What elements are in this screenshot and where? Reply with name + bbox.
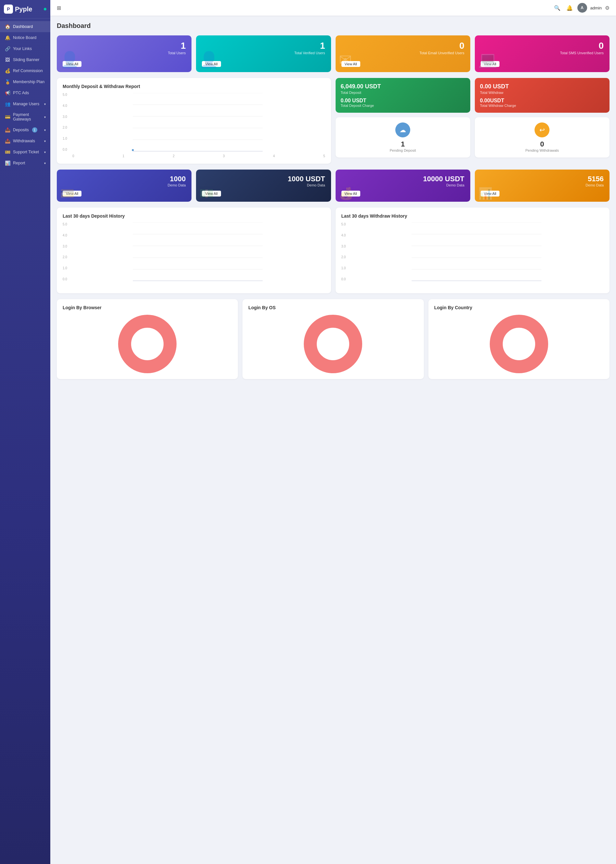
sidebar-icon-payment-gateways: 💳 — [5, 114, 10, 120]
sidebar-label-dashboard: Dashboard — [13, 24, 33, 29]
sidebar-icon-report: 📊 — [5, 161, 10, 166]
withdraw-history-area: 5.0 4.0 3.0 2.0 1.0 0.0 — [341, 222, 604, 287]
total-withdraw-amount: 0.00 USDT — [480, 83, 604, 90]
sidebar-item-support-ticket[interactable]: 🎫 Support Ticket ▾ — [0, 147, 50, 158]
login-browser-chart — [63, 315, 232, 373]
username-label[interactable]: admin — [590, 6, 602, 10]
search-icon[interactable]: 🔍 — [553, 3, 562, 13]
svg-point-6 — [132, 149, 134, 151]
sidebar-arrow-payment-gateways: ▾ — [44, 115, 46, 119]
sidebar-item-notice-board[interactable]: 🔔 Notice Board — [0, 32, 50, 43]
login-browser-svg — [118, 315, 176, 373]
y-labels: 5.0 4.0 3.0 2.0 1.0 0.0 — [63, 93, 67, 151]
demo-card-4-bg-icon: 📊 — [478, 187, 493, 200]
demo-card-1-bg-icon: 💳 — [60, 187, 75, 200]
sidebar-icon-dashboard: 🏠 — [5, 24, 10, 29]
pending-withdrawals-label: Pending Withdrawals — [525, 148, 559, 152]
demo-card-2-number: 1000 USDT — [202, 175, 325, 183]
sidebar-label-deposits: Deposits — [13, 128, 29, 132]
sms-unverified-number: 0 — [481, 41, 603, 51]
sidebar-logo: P Pyple — [0, 0, 50, 19]
sidebar-item-report[interactable]: 📊 Report ▾ — [0, 158, 50, 169]
demo-card-3-number: 10000 USDT — [341, 175, 464, 183]
withdraw-history-svg — [350, 222, 603, 281]
pending-deposit-card: ☁ 1 Pending Deposit — [336, 117, 470, 158]
monthly-chart-card: Monthly Deposit & Withdraw Report 5.0 4.… — [57, 78, 331, 164]
svg-point-24 — [506, 331, 532, 357]
login-country-svg — [490, 315, 548, 373]
sidebar-item-sliding-banner[interactable]: 🖼 Sliding Banner — [0, 54, 50, 65]
sidebar-label-ref-commission: Ref Commission — [13, 69, 43, 73]
total-users-number: 1 — [63, 41, 185, 51]
main-content: Dashboard 1 Total Users View All 👤 1 Tot… — [50, 16, 616, 864]
sidebar-icon-manage-users: 👥 — [5, 101, 10, 107]
demo-card-1-number: 1000 — [63, 175, 185, 183]
sidebar-item-payment-gateways[interactable]: 💳 Payment Gateways ▾ — [0, 109, 50, 125]
monthly-chart-title: Monthly Deposit & Withdraw Report — [63, 84, 325, 89]
sidebar-item-manage-users[interactable]: 👥 Manage Users ▾ — [0, 98, 50, 109]
svg-point-20 — [134, 331, 160, 357]
middle-section: Monthly Deposit & Withdraw Report 5.0 4.… — [57, 78, 610, 164]
login-country-title: Login By Country — [434, 305, 472, 310]
bell-icon[interactable]: 🔔 — [565, 3, 574, 13]
pending-withdrawals-number: 0 — [540, 140, 544, 148]
total-users-label: Total Users — [63, 51, 185, 55]
sidebar-arrow-manage-users: ▾ — [44, 102, 46, 106]
demo-cards-row: 1000 Demo Data View All 💳 1000 USDT Demo… — [57, 170, 610, 202]
login-browser-title: Login By Browser — [63, 305, 102, 310]
sidebar-item-ptc-ads[interactable]: 📢 PTC Ads — [0, 87, 50, 98]
pending-withdrawals-icon: ↩ — [534, 123, 550, 137]
demo-card-3-bg-icon: 💰 — [339, 187, 354, 200]
sms-unverified-label: Total SMS Unverified Users — [481, 51, 603, 55]
total-deposit-card: 6,049.00 USDT Total Deposit 0.00 USDT To… — [336, 78, 470, 113]
withdraw-history-title: Last 30 days Withdraw History — [341, 213, 604, 219]
deposit-history-card: Last 30 days Deposit History 5.0 4.0 3.0… — [57, 208, 331, 293]
sidebar-arrow-deposits: ▾ — [44, 128, 46, 132]
withdraw-history-y-labels: 5.0 4.0 3.0 2.0 1.0 0.0 — [341, 222, 346, 281]
sidebar-label-notice-board: Notice Board — [13, 35, 36, 40]
sidebar-label-report: Report — [13, 161, 25, 166]
deposit-history-svg — [72, 222, 324, 281]
settings-icon[interactable]: ⚙ — [605, 5, 610, 11]
deposit-history-inner — [72, 222, 324, 281]
page-title: Dashboard — [57, 22, 610, 30]
deposit-history-title: Last 30 days Deposit History — [63, 213, 325, 219]
withdraw-charge-amount: 0.00USDT — [480, 98, 604, 104]
sidebar-arrow-withdrawals: ▾ — [44, 139, 46, 143]
sidebar-icon-withdrawals: 📤 — [5, 139, 10, 143]
sidebar-item-dashboard[interactable]: 🏠 Dashboard — [0, 21, 50, 32]
sidebar-label-membership-plan: Membership Plan — [13, 80, 44, 84]
demo-card-4-number: 5156 — [481, 175, 603, 183]
sidebar-item-deposits[interactable]: 📥 Deposits 1 ▾ — [0, 125, 50, 136]
stat-cards-row: 1 Total Users View All 👤 1 Total Verifie… — [57, 35, 610, 72]
email-unverified-bg-icon: ✉ — [339, 50, 352, 69]
sidebar-item-ref-commission[interactable]: 💰 Ref Commission — [0, 65, 50, 76]
deposit-history-area: 5.0 4.0 3.0 2.0 1.0 0.0 — [63, 222, 325, 287]
chart-inner — [72, 93, 324, 151]
stat-card-sms-unverified: 0 Total SMS Unverified Users View All 💻 — [475, 35, 610, 72]
login-browser-card: Login By Browser — [57, 299, 238, 379]
stat-card-email-unverified: 0 Total Email Unverified Users View All … — [336, 35, 470, 72]
logo-icon: P — [4, 5, 13, 14]
logo-text: Pyple — [15, 6, 32, 13]
expand-icon[interactable]: ⊞ — [57, 5, 61, 11]
sidebar-item-withdrawals[interactable]: 📤 Withdrawals ▾ — [0, 136, 50, 147]
svg-point-22 — [320, 331, 346, 357]
sidebar-icon-support-ticket: 🎫 — [5, 150, 10, 155]
demo-card-3: 10000 USDT Demo Data View All 💰 — [336, 170, 470, 202]
sidebar-label-sliding-banner: Sliding Banner — [13, 57, 39, 62]
demo-card-3-label: Demo Data — [341, 183, 464, 187]
sidebar-arrow-support-ticket: ▾ — [44, 150, 46, 154]
pending-deposit-label: Pending Deposit — [390, 148, 416, 152]
avatar[interactable]: A — [577, 3, 587, 13]
sidebar-item-membership-plan[interactable]: 🏅 Membership Plan — [0, 76, 50, 87]
sidebar-arrow-report: ▾ — [44, 161, 46, 165]
deposit-charge-amount: 0.00 USDT — [341, 98, 465, 104]
total-deposit-amount: 6,049.00 USDT — [341, 83, 465, 90]
sidebar-label-withdrawals: Withdrawals — [13, 139, 35, 143]
sidebar-item-your-links[interactable]: 🔗 Your Links — [0, 43, 50, 54]
demo-card-1: 1000 Demo Data View All 💳 — [57, 170, 192, 202]
total-withdraw-card: 0.00 USDT Total Withdraw 0.00USDT Total … — [475, 78, 610, 113]
demo-card-2-bg-icon: 💵 — [199, 187, 214, 200]
stat-card-total-users: 1 Total Users View All 👤 — [57, 35, 192, 72]
